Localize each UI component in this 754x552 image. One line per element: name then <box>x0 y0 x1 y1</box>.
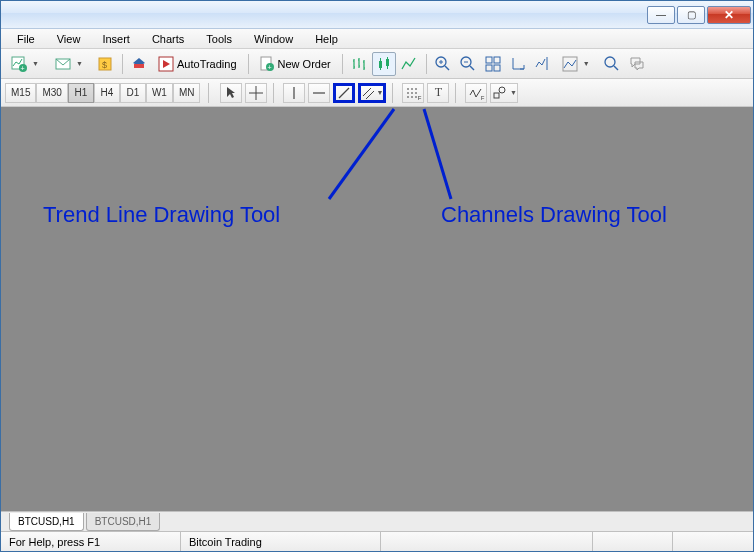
text-tool[interactable]: T <box>427 83 449 103</box>
timeframe-m15[interactable]: M15 <box>5 83 36 103</box>
channels-tool[interactable]: ▼ <box>358 83 386 103</box>
autotrading-button[interactable]: AutoTrading <box>152 52 243 76</box>
menu-insert[interactable]: Insert <box>92 31 140 47</box>
indicators-button[interactable]: ▼ <box>556 52 599 76</box>
hline-icon <box>311 85 327 101</box>
menu-file[interactable]: File <box>7 31 45 47</box>
timeframe-toolbar: M15 M30 H1 H4 D1 W1 MN ▼ F <box>1 79 753 107</box>
minimize-button[interactable]: ― <box>647 6 675 24</box>
polyline-icon <box>401 56 417 72</box>
svg-text:+: + <box>21 65 25 72</box>
periodicity-button[interactable] <box>600 52 624 76</box>
market-watch-button[interactable]: $ <box>93 52 117 76</box>
svg-line-16 <box>445 66 449 70</box>
status-empty2 <box>593 532 673 551</box>
candlestick-icon <box>376 56 392 72</box>
hat-icon <box>131 56 147 72</box>
tile-windows-button[interactable] <box>481 52 505 76</box>
status-help: For Help, press F1 <box>1 532 181 551</box>
envelope-icon <box>55 56 71 72</box>
svg-rect-6 <box>134 64 144 68</box>
new-order-button[interactable]: + New Order <box>253 52 337 76</box>
separator <box>455 83 456 103</box>
status-title: Bitcoin Trading <box>181 532 381 551</box>
svg-text:+: + <box>267 64 271 71</box>
play-icon <box>158 56 174 72</box>
autotrading-label: AutoTrading <box>177 58 237 70</box>
objects-tool[interactable]: ▼ <box>490 83 518 103</box>
cursor-tool[interactable] <box>220 83 242 103</box>
chart-canvas[interactable]: Trend Line Drawing Tool Channels Drawing… <box>1 107 753 511</box>
svg-rect-24 <box>486 65 492 71</box>
neworder-label: New Order <box>278 58 331 70</box>
fibonacci-tool[interactable]: F <box>402 83 424 103</box>
status-bar: For Help, press F1 Bitcoin Trading <box>1 531 753 551</box>
separator <box>122 54 123 74</box>
separator <box>342 54 343 74</box>
svg-rect-25 <box>494 65 500 71</box>
line-chart-button[interactable] <box>397 52 421 76</box>
separator <box>392 83 393 103</box>
close-button[interactable]: ✕ <box>707 6 751 24</box>
dropdown-arrow-icon: ▼ <box>76 60 86 67</box>
diagonal-line-icon <box>336 85 352 101</box>
vline-icon <box>286 85 302 101</box>
maximize-button[interactable]: ▢ <box>677 6 705 24</box>
chart-tab-inactive[interactable]: BTCUSD,H1 <box>86 513 161 531</box>
dropdown-arrow-icon: ▼ <box>510 89 517 96</box>
menu-charts[interactable]: Charts <box>142 31 194 47</box>
shapes-icon <box>492 85 508 101</box>
expert-line-tool[interactable]: F <box>465 83 487 103</box>
chart-shift-icon <box>535 56 551 72</box>
scroll-icon <box>510 56 526 72</box>
menu-view[interactable]: View <box>47 31 91 47</box>
status-empty3 <box>673 532 753 551</box>
menu-tools[interactable]: Tools <box>196 31 242 47</box>
chart-tab-active[interactable]: BTCUSD,H1 <box>9 513 84 531</box>
bar-chart-icon <box>351 56 367 72</box>
arrow-cursor-icon <box>223 85 239 101</box>
menu-help[interactable]: Help <box>305 31 348 47</box>
timeframe-mn[interactable]: MN <box>173 83 201 103</box>
bar-chart-button[interactable] <box>347 52 371 76</box>
crosshair-tool[interactable] <box>245 83 267 103</box>
separator <box>426 54 427 74</box>
search-icon <box>604 56 620 72</box>
chart-shift-button[interactable] <box>531 52 555 76</box>
separator <box>208 83 209 103</box>
svg-rect-22 <box>486 57 492 63</box>
trend-line-tool[interactable] <box>333 83 355 103</box>
separator <box>273 83 274 103</box>
horizontal-line-tool[interactable] <box>308 83 330 103</box>
candlestick-button[interactable] <box>372 52 396 76</box>
f-label: F <box>418 95 422 101</box>
coins-icon: $ <box>97 56 113 72</box>
zoom-in-icon <box>435 56 451 72</box>
dropdown-arrow-icon: ▼ <box>377 89 384 96</box>
svg-rect-42 <box>494 93 499 98</box>
zoom-in-button[interactable] <box>431 52 455 76</box>
svg-line-44 <box>329 109 394 199</box>
chat-button[interactable] <box>625 52 649 76</box>
svg-point-30 <box>605 57 615 67</box>
chart-tabs: BTCUSD,H1 BTCUSD,H1 <box>1 511 753 531</box>
menu-window[interactable]: Window <box>244 31 303 47</box>
auto-scroll-button[interactable] <box>506 52 530 76</box>
svg-text:$: $ <box>102 60 107 70</box>
timeframe-h4[interactable]: H4 <box>94 83 120 103</box>
status-empty1 <box>381 532 593 551</box>
timeframe-m30[interactable]: M30 <box>36 83 67 103</box>
profile-button[interactable]: ▼ <box>49 52 92 76</box>
indicator-icon <box>562 56 578 72</box>
svg-line-45 <box>424 109 451 199</box>
timeframe-h1[interactable]: H1 <box>68 83 94 103</box>
window-titlebar: ― ▢ ✕ <box>1 1 753 29</box>
svg-line-31 <box>614 66 618 70</box>
annotation-channels: Channels Drawing Tool <box>441 202 667 228</box>
timeframe-w1[interactable]: W1 <box>146 83 173 103</box>
new-chart-button[interactable]: + ▼ <box>5 52 48 76</box>
expert-advisors-button[interactable] <box>127 52 151 76</box>
zoom-out-button[interactable] <box>456 52 480 76</box>
vertical-line-tool[interactable] <box>283 83 305 103</box>
timeframe-d1[interactable]: D1 <box>120 83 146 103</box>
